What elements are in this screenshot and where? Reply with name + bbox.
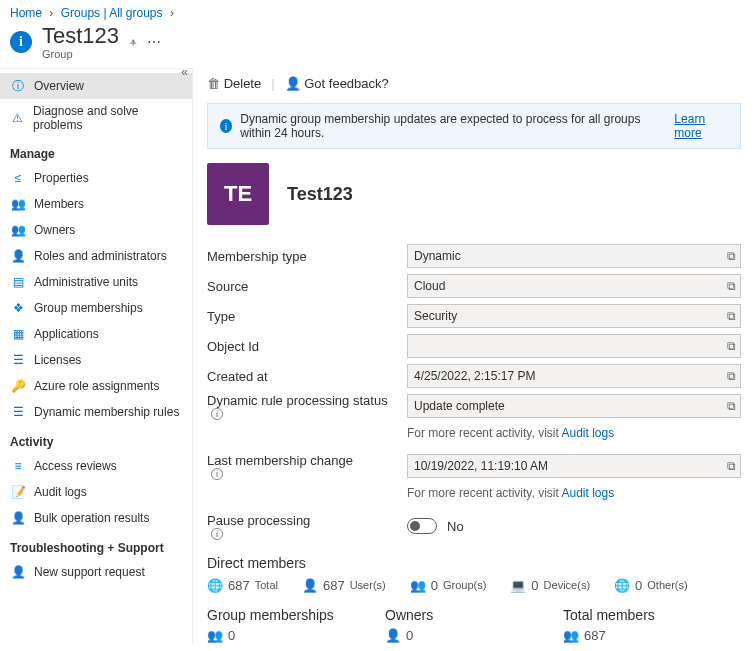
sidebar-item-roles[interactable]: 👤Roles and administrators (0, 243, 192, 269)
alert-learn-more[interactable]: Learn more (674, 112, 728, 140)
info-tooltip-icon[interactable]: i (211, 468, 223, 480)
sidebar-item-applications[interactable]: ▦Applications (0, 321, 192, 347)
hint-rule-status: For more recent activity, visit Audit lo… (407, 426, 614, 440)
sidebar-item-label: Azure role assignments (34, 379, 159, 393)
field-source: Cloud⧉ (407, 274, 741, 298)
field-rule-status: Update complete⧉ (407, 394, 741, 418)
info-icon: i (10, 31, 32, 53)
copy-icon[interactable]: ⧉ (727, 249, 736, 263)
collapse-icon[interactable]: « (181, 65, 188, 79)
sidebar-item-label: Administrative units (34, 275, 138, 289)
properties-icon: ≤ (10, 170, 26, 186)
sidebar-item-dynamic-rules[interactable]: ☰Dynamic membership rules (0, 399, 192, 425)
field-created-at: 4/25/2022, 2:15:17 PM⧉ (407, 364, 741, 388)
sidebar-item-label: Overview (34, 79, 84, 93)
copy-icon[interactable]: ⧉ (727, 309, 736, 323)
sidebar-item-azure-role[interactable]: 🔑Azure role assignments (0, 373, 192, 399)
label-rule-status: Dynamic rule processing statusi (207, 393, 407, 420)
label-type: Type (207, 309, 407, 324)
support-icon: 👤 (10, 564, 26, 580)
user-icon: 👤 (302, 577, 318, 593)
summary-total-members[interactable]: Total members 👥687 (563, 603, 741, 643)
sidebar-item-support[interactable]: 👤New support request (0, 559, 192, 585)
copy-icon[interactable]: ⧉ (727, 369, 736, 383)
sidebar-item-group-memberships[interactable]: ❖Group memberships (0, 295, 192, 321)
page-title: Test123 (42, 24, 119, 48)
access-icon: ≡ (10, 458, 26, 474)
sidebar-heading-manage: Manage (0, 137, 192, 165)
sidebar-item-members[interactable]: 👥Members (0, 191, 192, 217)
key-icon: 🔑 (10, 378, 26, 394)
sidebar-item-bulk-results[interactable]: 👤Bulk operation results (0, 505, 192, 531)
sidebar-item-owners[interactable]: 👥Owners (0, 217, 192, 243)
copy-icon[interactable]: ⧉ (727, 399, 736, 413)
info-tooltip-icon[interactable]: i (211, 408, 223, 420)
group-icon: 👥 (207, 627, 223, 643)
members-icon: 👥 (10, 196, 26, 212)
delete-button[interactable]: 🗑 Delete (207, 76, 261, 91)
field-last-change: 10/19/2022, 11:19:10 AM⧉ (407, 454, 741, 478)
sidebar-item-audit-logs[interactable]: 📝Audit logs (0, 479, 192, 505)
copy-icon[interactable]: ⧉ (727, 279, 736, 293)
separator: | (271, 76, 274, 91)
sidebar-item-overview[interactable]: ⓘ Overview (0, 73, 192, 99)
sidebar-item-label: Applications (34, 327, 99, 341)
roles-icon: 👤 (10, 248, 26, 264)
user-icon: 👤 (385, 627, 401, 643)
sidebar-item-label: Members (34, 197, 84, 211)
pause-value: No (447, 519, 464, 534)
breadcrumb: Home › Groups | All groups › (0, 0, 755, 20)
sidebar-item-label: Access reviews (34, 459, 117, 473)
person-feedback-icon: 👤 (285, 76, 301, 91)
summary-owners[interactable]: Owners 👤0 (385, 603, 563, 643)
copy-icon[interactable]: ⧉ (727, 459, 736, 473)
feedback-button[interactable]: 👤 Got feedback? (285, 76, 389, 91)
count-users[interactable]: 👤687 User(s) (302, 577, 386, 593)
sidebar-item-label: Licenses (34, 353, 81, 367)
group-name: Test123 (287, 184, 353, 205)
summary-group-memberships[interactable]: Group memberships 👥0 (207, 603, 385, 643)
count-total[interactable]: 🌐687 Total (207, 577, 278, 593)
rules-icon: ☰ (10, 404, 26, 420)
sidebar-item-diagnose[interactable]: ⚠ Diagnose and solve problems (0, 99, 192, 137)
chevron-right-icon: › (170, 6, 174, 20)
info-icon: ⓘ (10, 78, 26, 94)
field-membership-type: Dynamic⧉ (407, 244, 741, 268)
label-source: Source (207, 279, 407, 294)
sidebar-item-admin-units[interactable]: ▤Administrative units (0, 269, 192, 295)
audit-logs-link[interactable]: Audit logs (561, 486, 614, 500)
breadcrumb-groups[interactable]: Groups | All groups (61, 6, 163, 20)
count-groups[interactable]: 👥0 Group(s) (410, 577, 487, 593)
sidebar-item-label: Properties (34, 171, 89, 185)
info-tooltip-icon[interactable]: i (211, 528, 223, 540)
globe-icon: 🌐 (207, 577, 223, 593)
field-type: Security⧉ (407, 304, 741, 328)
sidebar-item-label: Bulk operation results (34, 511, 149, 525)
info-alert: i Dynamic group membership updates are e… (207, 103, 741, 149)
members-icon: 👥 (563, 627, 579, 643)
sidebar-item-label: Owners (34, 223, 75, 237)
pause-toggle[interactable] (407, 518, 437, 534)
count-others[interactable]: 🌐0 Other(s) (614, 577, 688, 593)
globe-icon: 🌐 (614, 577, 630, 593)
bulk-icon: 👤 (10, 510, 26, 526)
device-icon: 💻 (510, 577, 526, 593)
sidebar-heading-activity: Activity (0, 425, 192, 453)
sidebar-item-label: Audit logs (34, 485, 87, 499)
field-object-id: ⧉ (407, 334, 741, 358)
pin-icon[interactable]: ⍏ (129, 34, 137, 50)
label-last-change: Last membership changei (207, 453, 407, 480)
more-icon[interactable]: ⋯ (147, 34, 161, 50)
breadcrumb-home[interactable]: Home (10, 6, 42, 20)
count-devices[interactable]: 💻0 Device(s) (510, 577, 590, 593)
apps-icon: ▦ (10, 326, 26, 342)
audit-logs-link[interactable]: Audit logs (561, 426, 614, 440)
sidebar-item-label: Dynamic membership rules (34, 405, 179, 419)
sidebar-item-properties[interactable]: ≤Properties (0, 165, 192, 191)
admin-units-icon: ▤ (10, 274, 26, 290)
copy-icon[interactable]: ⧉ (727, 339, 736, 353)
group-icon: 👥 (410, 577, 426, 593)
sidebar-item-access-reviews[interactable]: ≡Access reviews (0, 453, 192, 479)
sidebar-item-licenses[interactable]: ☰Licenses (0, 347, 192, 373)
owners-icon: 👥 (10, 222, 26, 238)
